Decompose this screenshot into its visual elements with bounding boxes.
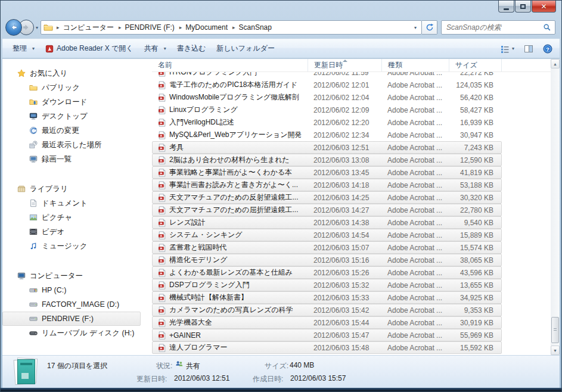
column-header-size[interactable]: サイズ [449,59,502,71]
breadcrumb-item-1[interactable]: コンピューター [53,21,115,34]
sidebar-item[interactable]: ピクチャ [2,210,141,225]
search-box [441,20,555,35]
file-name: 光学機器大全 [169,318,212,328]
removable-drive-icon [29,329,38,337]
sidebar-item[interactable]: ダウンロード [2,95,141,109]
pdf-file-icon [158,106,166,114]
file-type: Adobe Acrobat ... [381,131,448,139]
nav-history-dropdown[interactable]: ▾ [36,25,38,30]
file-name-cell: 考具 [153,142,308,153]
file-row[interactable]: MySQL&Perl_Webアプリケーション開発2012/06/02 12:34… [152,129,502,141]
file-row[interactable]: 考具2012/06/03 12:51Adobe Acrobat ...7,243… [152,141,502,154]
file-row[interactable]: 孟嘗君と戦国時代2012/06/03 15:07Adobe Acrobat ..… [152,241,502,254]
column-header-name[interactable]: 名前 [152,59,308,71]
file-name-cell: 構造化モデリング [153,255,308,265]
breadcrumb-item-3[interactable]: MyDocument [176,21,229,34]
organize-button[interactable]: 整理 [7,41,40,56]
file-row[interactable]: 機械式時計【解体新書】2012/06/03 15:33Adobe Acrobat… [152,291,502,304]
details-pane: 17 個の項目を選択 状況: 共有 サイズ: 440 MB 更新日時: 2012… [2,355,560,388]
file-row[interactable]: よくわかる最新レンズの基本と仕組み2012/06/03 15:26Adobe A… [152,266,502,279]
column-header-type[interactable]: 種類 [382,59,449,71]
new-folder-button[interactable]: 新しいフォルダー [211,41,280,56]
maximize-button[interactable] [515,1,531,13]
file-row[interactable]: 光学機器大全2012/06/03 15:44Adobe Acrobat ...3… [152,316,502,329]
file-row[interactable]: 事業戦略と事業計画がよ〜くわかる本2012/06/03 13:45Adobe A… [152,166,502,179]
sidebar-item[interactable]: リムーバブル ディスク (H:) [2,326,141,340]
file-name: MySQL&Perl_Webアプリケーション開発 [169,130,302,140]
file-type: Adobe Acrobat ... [381,94,448,102]
column-headers: 名前 更新日時 種類 サイズ [152,59,551,72]
file-row[interactable]: カメラマンのための写真レンズの科学2012/06/03 15:42Adobe A… [152,304,502,316]
sidebar-section-1[interactable]: お気に入り [2,66,141,80]
file-type: Adobe Acrobat ... [381,194,448,202]
sidebar-item[interactable]: PENDRIVE (F:) [2,312,141,326]
file-date-modified: 2012/06/03 13:08 [308,156,381,164]
open-with-adobe-reader-button[interactable]: Adobe Reader X で開く [40,41,139,56]
sidebar-item[interactable]: パブリック [2,80,141,95]
refresh-button[interactable] [422,20,437,35]
file-row[interactable]: 達人プログラマー2012/06/03 15:48Adobe Acrobat ..… [152,341,502,354]
list-scrollbar[interactable]: ▲ ▼ [551,59,560,355]
file-row[interactable]: ITRONプログラミング入門2012/06/02 11:59Adobe Acro… [152,72,502,79]
file-name-cell: WindowsMobileプログラミング徹底解剖 [153,92,308,102]
sidebar-item[interactable]: 録画一覧 [2,152,141,166]
download-folder-icon [29,98,38,106]
pdf-file-icon [158,119,166,127]
sidebar-item[interactable]: ビデオ [2,225,141,239]
burn-button[interactable]: 書き込む [172,41,212,56]
file-row[interactable]: Linuxプログラミング2012/06/02 12:09Adobe Acroba… [152,104,502,116]
file-row[interactable]: +GAINER2012/06/03 15:47Adobe Acrobat ...… [152,329,502,341]
file-date-modified: 2012/06/03 15:32 [308,281,381,290]
sidebar-item[interactable]: ドキュメント [2,196,141,210]
file-row[interactable]: 事業計画書お読み方と書き方がよ〜く...2012/06/03 14:18Adob… [152,179,502,191]
file-date-modified: 2012/06/03 15:42 [308,306,381,315]
file-row[interactable]: システム・シンキング2012/06/03 14:54Adobe Acrobat … [152,229,502,241]
list-scroll-down-button[interactable]: ▼ [551,346,560,355]
list-scrollbar-thumb[interactable] [551,317,559,343]
sidebar-section-3[interactable]: コンピューター [2,269,141,283]
file-size: 16,939 KB [448,119,498,127]
file-date-modified: 2012/06/03 12:51 [308,144,381,152]
file-name-cell: 入門VerilogHDL記述 [153,117,308,127]
forward-arrow-icon [21,23,31,32]
file-row[interactable]: 入門VerilogHDL記述2012/06/02 12:20Adobe Acro… [152,116,502,129]
column-header-date[interactable]: 更新日時 [308,59,382,71]
change-view-button[interactable] [498,42,517,55]
file-row[interactable]: 電子工作のためのPIC18本格活用ガイド2012/06/02 12:01Adob… [152,79,502,91]
file-row[interactable]: レンズ設計2012/06/03 14:38Adobe Acrobat ...9,… [152,216,502,229]
file-row[interactable]: DSPプログラミング入門2012/06/03 15:32Adobe Acroba… [152,279,502,291]
file-row[interactable]: WindowsMobileプログラミング徹底解剖2012/06/02 12:04… [152,91,502,104]
file-row[interactable]: 天文アマチュアのための反射望遠鏡工...2012/06/03 14:25Adob… [152,191,502,204]
file-row[interactable]: 構造化モデリング2012/06/03 15:16Adobe Acrobat ..… [152,254,502,266]
file-size: 15,889 KB [448,231,498,239]
sidebar-item[interactable]: HP (C:) [2,283,141,297]
file-name-cell: +GAINER [153,331,308,340]
file-row[interactable]: 天文アマチュアのための屈折望遠鏡工...2012/06/03 14:27Adob… [152,204,502,216]
share-button[interactable]: 共有 [139,41,172,56]
file-type: Adobe Acrobat ... [381,119,448,127]
breadcrumb-item-2[interactable]: PENDRIVE (F:) [115,21,176,34]
close-button[interactable]: ✕ [532,1,556,13]
sidebar-item[interactable]: 最近の変更 [2,123,141,138]
minimize-button[interactable] [498,1,514,13]
file-row[interactable]: 2脳はあり合わせの材料から生まれた2012/06/03 13:08Adobe A… [152,154,502,166]
sidebar-item[interactable]: デスクトップ [2,109,141,123]
breadcrumb[interactable]: コンピューターPENDRIVE (F:)MyDocumentScanSnap ▾ [41,20,422,35]
breadcrumb-label: PENDRIVE (F:) [125,23,174,32]
sidebar-item[interactable]: 最近表示した場所 [2,138,141,152]
help-button[interactable]: ? [541,42,555,55]
file-name: 天文アマチュアのための屈折望遠鏡工... [169,205,299,215]
breadcrumb-item-4[interactable]: ScanSnap [229,21,273,34]
breadcrumb-dropdown-icon[interactable]: ▾ [411,25,420,30]
list-scroll-up-button[interactable]: ▲ [551,59,560,69]
pdf-file-icon [158,331,166,340]
file-date-modified: 2012/06/03 15:33 [308,294,381,302]
file-size: 124,035 KB [448,81,498,89]
sidebar-item[interactable]: ミュージック [2,239,141,253]
pdf-file-icon [158,231,166,239]
sidebar-item[interactable]: FACTORY_IMAGE (D:) [2,297,141,312]
search-input[interactable] [445,23,543,32]
preview-pane-button[interactable] [521,42,536,55]
sidebar-section-2[interactable]: ライブラリ [2,182,141,196]
back-button[interactable] [5,19,22,36]
